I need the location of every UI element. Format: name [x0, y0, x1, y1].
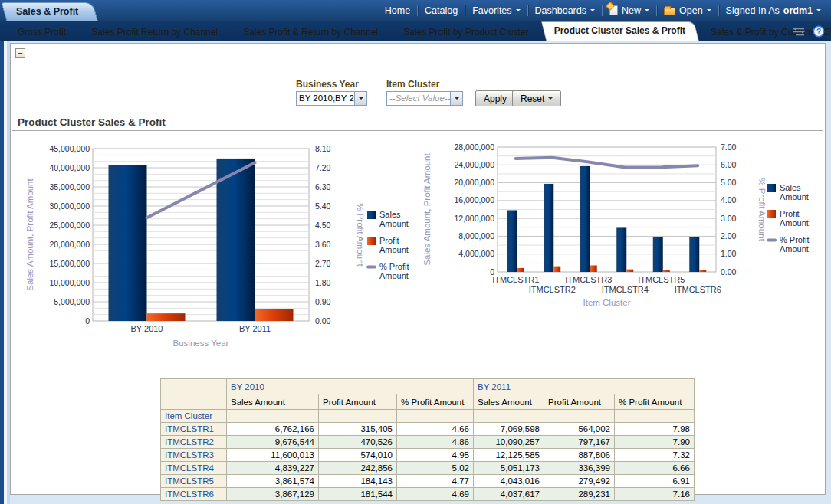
- svg-text:ITMCLSTR1: ITMCLSTR1: [492, 275, 539, 284]
- svg-text:4,000,000: 4,000,000: [458, 249, 494, 258]
- open-folder-icon: [664, 8, 675, 15]
- sales-profit-by-item-cluster-chart[interactable]: 04,000,0008,000,00012,000,00016,000,0002…: [421, 140, 826, 313]
- page-tabs: Gross ProfitSales Profit Return by Chann…: [9, 21, 831, 41]
- tab-sales-profit-return-by-channel[interactable]: Sales Profit & Return by Channel: [235, 25, 392, 41]
- svg-text:% Profit Amount: % Profit Amount: [757, 178, 767, 241]
- pivot-empty-cell: [474, 410, 544, 423]
- svg-text:7.20: 7.20: [315, 163, 331, 172]
- table-row: ITMCLSTR29,676,544470,5264.8610,090,2577…: [161, 436, 695, 449]
- pivot-value-cell: 11,600,013: [227, 449, 319, 462]
- svg-text:28,000,000: 28,000,000: [454, 142, 494, 152]
- svg-text:40,000,000: 40,000,000: [49, 163, 90, 172]
- dropdown-arrow-button[interactable]: [450, 91, 463, 106]
- svg-text:2.70: 2.70: [315, 259, 331, 268]
- pivot-value-cell: 4,043,016: [474, 475, 544, 488]
- section-divider: [12, 130, 823, 131]
- svg-text:ITMCLSTR6: ITMCLSTR6: [675, 285, 721, 294]
- pivot-value-cell: 7.90: [615, 436, 695, 449]
- pivot-measure-header[interactable]: Sales Amount: [474, 394, 544, 410]
- svg-text:3.00: 3.00: [721, 214, 737, 223]
- pivot-value-cell: 3,861,574: [227, 475, 319, 488]
- tab-product-cluster-sales-profit[interactable]: Product Cluster Sales & Profit: [546, 21, 699, 41]
- pivot-row-header-link[interactable]: ITMCLSTR5: [161, 475, 227, 488]
- pivot-value-cell: 887,806: [544, 449, 615, 462]
- svg-text:% Profit: % Profit: [780, 235, 810, 244]
- nav-catalog[interactable]: Catalog: [418, 5, 465, 16]
- svg-text:4.00: 4.00: [721, 195, 737, 205]
- nav-open[interactable]: Open: [657, 5, 718, 16]
- pivot-table-grid: BY 2010BY 2011Sales AmountProfit Amount%…: [160, 378, 695, 501]
- nav-new[interactable]: New: [603, 5, 656, 16]
- pivot-value-cell: 470,526: [319, 436, 397, 449]
- pivot-value-cell: 336,399: [544, 462, 615, 475]
- apply-button[interactable]: Apply: [475, 90, 515, 106]
- pivot-value-cell: 12,125,585: [474, 449, 544, 462]
- pivot-value-cell: 10,090,257: [474, 436, 544, 449]
- pivot-row-header-link[interactable]: ITMCLSTR1: [161, 423, 227, 436]
- table-row: ITMCLSTR44,839,227242,8565.025,051,17333…: [161, 462, 695, 475]
- chevron-down-icon: [590, 9, 595, 14]
- svg-text:6.30: 6.30: [315, 182, 331, 191]
- pivot-row-header-link[interactable]: ITMCLSTR2: [161, 436, 227, 449]
- svg-text:Profit: Profit: [780, 209, 800, 218]
- svg-text:ITMCLSTR2: ITMCLSTR2: [529, 285, 576, 294]
- pivot-value-cell: 4.95: [397, 449, 474, 462]
- svg-text:1.00: 1.00: [721, 249, 737, 258]
- sales-profit-by-year-chart[interactable]: 05,000,00010,000,00015,000,00020,000,000…: [22, 140, 419, 352]
- collapse-section-button[interactable]: −: [15, 48, 25, 58]
- pivot-empty-cell: [615, 410, 695, 423]
- help-icon[interactable]: ?: [813, 25, 825, 41]
- svg-text:35,000,000: 35,000,000: [49, 182, 90, 191]
- reset-button[interactable]: Reset: [512, 90, 561, 106]
- nav-favorites[interactable]: Favorites: [465, 5, 527, 16]
- svg-text:7.00: 7.00: [721, 142, 737, 152]
- pivot-corner-cell: [161, 379, 227, 410]
- svg-text:5.40: 5.40: [315, 201, 331, 211]
- svg-text:Sales: Sales: [379, 210, 401, 219]
- svg-text:ITMCLSTR4: ITMCLSTR4: [602, 285, 649, 294]
- pivot-measure-header[interactable]: % Profit Amount: [615, 394, 695, 410]
- svg-text:Amount: Amount: [780, 244, 809, 254]
- nav-dashboards[interactable]: Dashboards: [528, 5, 602, 16]
- pivot-dimension-header[interactable]: Item Cluster: [161, 410, 227, 423]
- pivot-row-header-link[interactable]: ITMCLSTR6: [161, 488, 227, 501]
- page-options-icon[interactable]: [792, 26, 806, 41]
- tab-gross-profit[interactable]: Gross Profit: [9, 25, 80, 41]
- tab-sales-profit-return-by-channel[interactable]: Sales Profit Return by Channel: [83, 25, 232, 41]
- tab-sales-profit-by-product-cluster[interactable]: Sales Profit by Product Cluster: [395, 25, 542, 41]
- pivot-measure-header[interactable]: % Profit Amount: [397, 394, 474, 410]
- item-cluster-select[interactable]: --Select Value--: [386, 91, 463, 106]
- pivot-year-header[interactable]: BY 2010: [227, 379, 474, 394]
- pivot-measure-header[interactable]: Profit Amount: [319, 394, 397, 410]
- svg-text:20,000,000: 20,000,000: [49, 240, 90, 249]
- dashboard-content-panel: − Business Year BY 2010;BY 2011 Item Clu…: [10, 43, 826, 495]
- nav-home[interactable]: Home: [378, 5, 417, 16]
- svg-text:5,000,000: 5,000,000: [54, 297, 90, 306]
- pivot-value-cell: 315,405: [319, 423, 397, 436]
- table-row: ITMCLSTR63,867,129181,5444.694,037,61728…: [161, 488, 695, 501]
- pivot-row-header-link[interactable]: ITMCLSTR4: [161, 462, 227, 475]
- svg-text:BY 2010: BY 2010: [130, 324, 163, 333]
- business-year-select[interactable]: BY 2010;BY 2011: [296, 91, 367, 106]
- pivot-empty-cell: [544, 410, 615, 423]
- svg-text:0.00: 0.00: [315, 316, 331, 326]
- dropdown-arrow-button[interactable]: [354, 91, 367, 106]
- svg-text:Profit: Profit: [379, 236, 399, 245]
- svg-text:Amount: Amount: [780, 192, 809, 201]
- pivot-measure-header[interactable]: Sales Amount: [227, 394, 319, 410]
- pivot-value-cell: 7.98: [615, 423, 695, 436]
- chevron-down-icon: [548, 97, 553, 102]
- svg-text:45,000,000: 45,000,000: [49, 144, 90, 153]
- pivot-row-header-link[interactable]: ITMCLSTR3: [161, 449, 227, 462]
- table-row: ITMCLSTR16,762,166315,4054.667,069,59856…: [161, 423, 695, 436]
- pivot-table: BY 2010BY 2011Sales AmountProfit Amount%…: [160, 378, 695, 501]
- nav-signed-in-user[interactable]: Signed In Asordm1: [719, 5, 828, 16]
- pivot-year-header[interactable]: BY 2011: [474, 379, 695, 394]
- pivot-measure-header[interactable]: Profit Amount: [544, 394, 615, 410]
- svg-text:0: 0: [85, 316, 90, 326]
- svg-text:0.90: 0.90: [315, 297, 331, 306]
- dashboard-title-tab[interactable]: Sales & Profit: [6, 2, 98, 21]
- pivot-value-cell: 7.16: [615, 488, 695, 501]
- pivot-value-cell: 4,839,227: [227, 462, 319, 475]
- pivot-value-cell: 242,856: [319, 462, 397, 475]
